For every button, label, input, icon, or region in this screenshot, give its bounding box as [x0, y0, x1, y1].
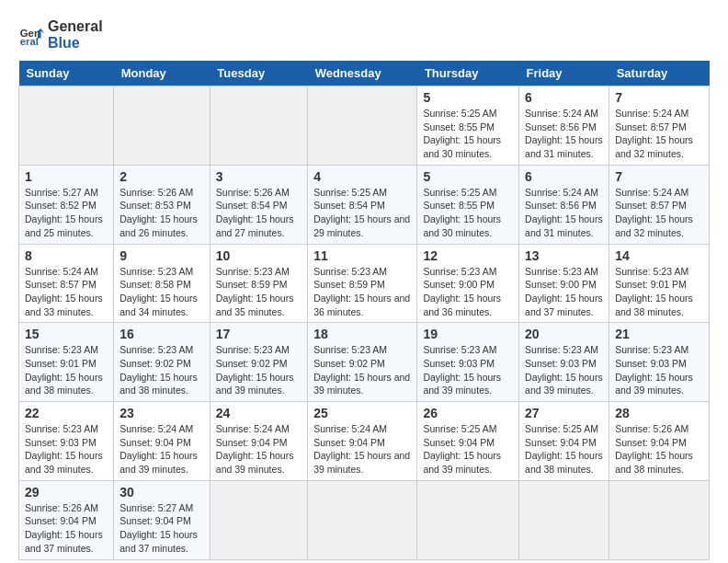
day-number: 7	[615, 169, 703, 184]
day-number: 27	[525, 406, 603, 420]
day-cell-10: 10 Sunrise: 5:23 AM Sunset: 8:59 PM Dayl…	[210, 244, 307, 323]
logo-icon: Gen eral	[18, 22, 44, 48]
day-info: Sunrise: 5:26 AM Sunset: 9:04 PM Dayligh…	[25, 501, 108, 556]
day-info: Sunrise: 5:23 AM Sunset: 9:00 PM Dayligh…	[423, 265, 513, 319]
empty-cell	[308, 480, 417, 559]
header-row: SundayMondayTuesdayWednesdayThursdayFrid…	[19, 61, 710, 86]
week-row-4: 15 Sunrise: 5:23 AM Sunset: 9:01 PM Dayl…	[19, 323, 710, 402]
calendar-table: SundayMondayTuesdayWednesdayThursdayFrid…	[18, 61, 710, 560]
day-info: Sunrise: 5:24 AM Sunset: 8:56 PM Dayligh…	[525, 107, 603, 161]
day-number: 5	[423, 169, 513, 184]
day-number: 16	[119, 327, 204, 341]
day-info: Sunrise: 5:23 AM Sunset: 8:58 PM Dayligh…	[119, 265, 204, 319]
day-cell-20: 20 Sunrise: 5:23 AM Sunset: 9:03 PM Dayl…	[519, 323, 609, 402]
day-number: 6	[525, 169, 603, 184]
day-number: 4	[313, 169, 411, 184]
day-cell-25: 25 Sunrise: 5:24 AM Sunset: 9:04 PM Dayl…	[308, 402, 417, 481]
day-cell-4: 4 Sunrise: 5:25 AM Sunset: 8:54 PM Dayli…	[308, 165, 417, 244]
day-number: 7	[615, 90, 703, 105]
empty-cell	[114, 86, 210, 166]
day-cell-5: 5 Sunrise: 5:25 AM Sunset: 8:55 PM Dayli…	[417, 86, 519, 166]
day-info: Sunrise: 5:24 AM Sunset: 9:04 PM Dayligh…	[313, 422, 411, 477]
day-info: Sunrise: 5:23 AM Sunset: 9:00 PM Dayligh…	[525, 265, 603, 319]
empty-cell	[519, 480, 609, 559]
logo: Gen eral General Blue	[18, 18, 103, 52]
day-cell-29: 29 Sunrise: 5:26 AM Sunset: 9:04 PM Dayl…	[19, 480, 114, 559]
day-number: 24	[216, 406, 301, 420]
week-row-6: 29 Sunrise: 5:26 AM Sunset: 9:04 PM Dayl…	[19, 480, 710, 559]
day-info: Sunrise: 5:24 AM Sunset: 8:57 PM Dayligh…	[25, 265, 108, 319]
day-number: 26	[423, 406, 513, 420]
day-info: Sunrise: 5:23 AM Sunset: 9:03 PM Dayligh…	[423, 343, 513, 397]
day-cell-6: 6 Sunrise: 5:24 AM Sunset: 8:56 PM Dayli…	[519, 86, 609, 166]
day-info: Sunrise: 5:23 AM Sunset: 9:01 PM Dayligh…	[615, 265, 703, 319]
svg-text:eral: eral	[20, 36, 39, 47]
day-cell-30: 30 Sunrise: 5:27 AM Sunset: 9:04 PM Dayl…	[114, 480, 210, 559]
header-sunday: Sunday	[19, 61, 114, 86]
day-cell-28: 28 Sunrise: 5:26 AM Sunset: 9:04 PM Dayl…	[609, 402, 710, 481]
day-cell-22: 22 Sunrise: 5:23 AM Sunset: 9:03 PM Dayl…	[19, 402, 114, 481]
day-info: Sunrise: 5:24 AM Sunset: 8:57 PM Dayligh…	[615, 186, 703, 240]
day-number: 8	[25, 248, 108, 263]
day-number: 6	[525, 90, 603, 105]
day-cell-16: 16 Sunrise: 5:23 AM Sunset: 9:02 PM Dayl…	[114, 323, 210, 402]
day-info: Sunrise: 5:25 AM Sunset: 8:55 PM Dayligh…	[423, 107, 513, 161]
day-info: Sunrise: 5:24 AM Sunset: 9:04 PM Dayligh…	[119, 422, 204, 477]
day-number: 3	[216, 169, 301, 184]
day-cell-3: 3 Sunrise: 5:26 AM Sunset: 8:54 PM Dayli…	[210, 165, 307, 244]
day-cell-14: 14 Sunrise: 5:23 AM Sunset: 9:01 PM Dayl…	[609, 244, 710, 323]
day-number: 29	[25, 485, 108, 500]
day-cell-11: 11 Sunrise: 5:23 AM Sunset: 8:59 PM Dayl…	[308, 244, 417, 323]
day-number: 17	[216, 327, 301, 341]
logo-general: General	[48, 18, 103, 34]
day-number: 9	[119, 248, 204, 263]
day-info: Sunrise: 5:23 AM Sunset: 8:59 PM Dayligh…	[313, 265, 411, 319]
header: Gen eral General Blue	[18, 18, 710, 52]
day-cell-8: 8 Sunrise: 5:24 AM Sunset: 8:57 PM Dayli…	[19, 244, 114, 323]
day-info: Sunrise: 5:25 AM Sunset: 9:04 PM Dayligh…	[525, 422, 603, 477]
header-friday: Friday	[519, 61, 609, 86]
day-number: 25	[313, 406, 411, 420]
empty-cell	[210, 480, 307, 559]
header-monday: Monday	[114, 61, 210, 86]
week-row-5: 22 Sunrise: 5:23 AM Sunset: 9:03 PM Dayl…	[19, 402, 710, 481]
empty-cell	[609, 480, 710, 559]
day-cell-27: 27 Sunrise: 5:25 AM Sunset: 9:04 PM Dayl…	[519, 402, 609, 481]
day-cell-7: 7 Sunrise: 5:24 AM Sunset: 8:57 PM Dayli…	[609, 86, 710, 166]
day-cell-6: 6 Sunrise: 5:24 AM Sunset: 8:56 PM Dayli…	[519, 165, 609, 244]
day-number: 23	[119, 406, 204, 420]
day-info: Sunrise: 5:23 AM Sunset: 9:03 PM Dayligh…	[25, 422, 108, 477]
header-thursday: Thursday	[417, 61, 519, 86]
day-info: Sunrise: 5:25 AM Sunset: 8:54 PM Dayligh…	[313, 186, 411, 240]
header-tuesday: Tuesday	[210, 61, 307, 86]
header-wednesday: Wednesday	[308, 61, 417, 86]
week-row-3: 8 Sunrise: 5:24 AM Sunset: 8:57 PM Dayli…	[19, 244, 710, 323]
day-info: Sunrise: 5:24 AM Sunset: 8:56 PM Dayligh…	[525, 186, 603, 240]
day-cell-17: 17 Sunrise: 5:23 AM Sunset: 9:02 PM Dayl…	[210, 323, 307, 402]
day-cell-13: 13 Sunrise: 5:23 AM Sunset: 9:00 PM Dayl…	[519, 244, 609, 323]
day-number: 22	[25, 406, 108, 420]
day-number: 12	[423, 248, 513, 263]
day-number: 19	[423, 327, 513, 341]
day-info: Sunrise: 5:27 AM Sunset: 9:04 PM Dayligh…	[119, 501, 204, 556]
day-number: 18	[313, 327, 411, 341]
day-info: Sunrise: 5:24 AM Sunset: 9:04 PM Dayligh…	[216, 422, 301, 477]
empty-cell	[19, 86, 114, 166]
day-info: Sunrise: 5:23 AM Sunset: 9:01 PM Dayligh…	[25, 343, 108, 397]
day-info: Sunrise: 5:27 AM Sunset: 8:52 PM Dayligh…	[25, 186, 108, 240]
day-info: Sunrise: 5:26 AM Sunset: 9:04 PM Dayligh…	[615, 422, 703, 477]
day-cell-9: 9 Sunrise: 5:23 AM Sunset: 8:58 PM Dayli…	[114, 244, 210, 323]
day-info: Sunrise: 5:23 AM Sunset: 9:02 PM Dayligh…	[313, 343, 411, 397]
week-row-2: 1 Sunrise: 5:27 AM Sunset: 8:52 PM Dayli…	[19, 165, 710, 244]
day-cell-18: 18 Sunrise: 5:23 AM Sunset: 9:02 PM Dayl…	[308, 323, 417, 402]
header-saturday: Saturday	[609, 61, 710, 86]
day-number: 11	[313, 248, 411, 263]
day-cell-12: 12 Sunrise: 5:23 AM Sunset: 9:00 PM Dayl…	[417, 244, 519, 323]
day-cell-7: 7 Sunrise: 5:24 AM Sunset: 8:57 PM Dayli…	[609, 165, 710, 244]
empty-cell	[210, 86, 307, 166]
day-info: Sunrise: 5:23 AM Sunset: 9:02 PM Dayligh…	[216, 343, 301, 397]
day-info: Sunrise: 5:26 AM Sunset: 8:54 PM Dayligh…	[216, 186, 301, 240]
day-info: Sunrise: 5:23 AM Sunset: 8:59 PM Dayligh…	[216, 265, 301, 319]
logo-blue: Blue	[48, 35, 80, 51]
day-number: 20	[525, 327, 603, 341]
